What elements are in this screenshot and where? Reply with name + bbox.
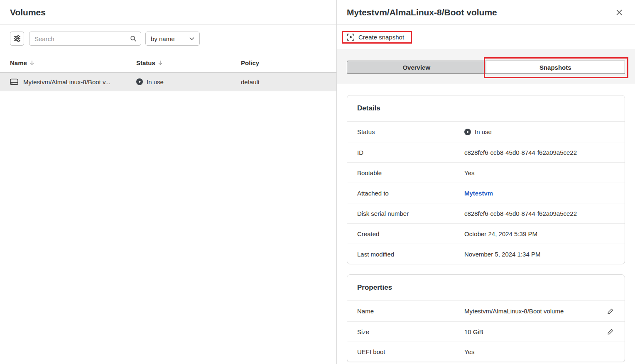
close-icon [616, 9, 623, 16]
detail-row-bootable: Bootable Yes [347, 162, 625, 183]
close-panel-button[interactable] [614, 7, 624, 17]
property-row-uefi-boot: UEFI boot Yes [347, 342, 625, 362]
status-text: In use [475, 128, 492, 135]
detail-label: Disk serial number [357, 210, 464, 217]
sort-icon [30, 60, 34, 65]
properties-card-title: Properties [347, 275, 625, 301]
property-row-name: Name Mytestvm/AlmaLinux-8/Boot volume [347, 301, 625, 321]
detail-value: c828fef6-ccb8-45d0-8744-f62a09a5ce22 [464, 149, 615, 156]
property-label: UEFI boot [357, 348, 464, 355]
property-label: Size [357, 328, 464, 335]
details-card-title: Details [347, 95, 625, 122]
attached-instance-link[interactable]: Mytestvm [464, 190, 493, 197]
edit-size-button[interactable] [606, 327, 615, 336]
column-header-policy-label: Policy [241, 59, 259, 66]
detail-row-serial: Disk serial number c828fef6-ccb8-45d0-87… [347, 203, 625, 223]
pencil-icon [607, 308, 614, 315]
detail-label: Status [357, 128, 464, 135]
volume-policy: default [241, 78, 326, 86]
property-row-size: Size 10 GiB [347, 321, 625, 342]
column-header-status-label: Status [136, 59, 155, 66]
property-label: Name [357, 308, 464, 315]
tab-snapshots[interactable]: Snapshots [486, 61, 625, 74]
detail-label: Last modified [357, 251, 464, 258]
column-header-name-label: Name [10, 59, 27, 66]
annotation-box-create-snapshot: Create snapshot [342, 31, 412, 44]
volume-status: In use [147, 78, 164, 86]
detail-label: Attached to [357, 190, 464, 197]
volume-status-cell: In use [136, 78, 241, 86]
panel-title: Mytestvm/AlmaLinux-8/Boot volume [347, 7, 497, 17]
search-icon[interactable] [130, 35, 141, 42]
panel-actions: Create snapshot [337, 25, 635, 49]
detail-value: October 24, 2024 5:39 PM [464, 230, 615, 237]
sort-select-value: by name [151, 35, 175, 42]
snapshot-icon [347, 34, 354, 41]
table-row[interactable]: Mytestvm/AlmaLinux-8/Boot v... In use de… [0, 73, 336, 91]
detail-row-created: Created October 24, 2024 5:39 PM [347, 223, 625, 244]
create-snapshot-button[interactable]: Create snapshot [347, 34, 404, 41]
detail-row-last-modified: Last modified November 5, 2024 1:34 PM [347, 244, 625, 264]
volume-name: Mytestvm/AlmaLinux-8/Boot v... [23, 78, 110, 86]
detail-row-attached-to: Attached to Mytestvm [347, 183, 625, 203]
filter-icon [13, 35, 21, 42]
sort-select[interactable]: by name [145, 32, 200, 46]
property-value: 10 GiB [464, 328, 606, 335]
tabs: Overview Snapshots [347, 61, 625, 74]
detail-label: Created [357, 230, 464, 237]
search-input[interactable] [29, 35, 130, 42]
tabs-section: Overview Snapshots [337, 49, 635, 84]
chevron-down-icon [189, 37, 194, 40]
pencil-icon [607, 328, 614, 335]
table-header: Name Status Policy [0, 53, 336, 73]
create-snapshot-label: Create snapshot [358, 34, 404, 41]
volumes-list-section: Volumes [0, 0, 336, 364]
panel-body: Details Status In use ID [337, 84, 635, 364]
properties-card: Properties Name Mytestvm/AlmaLinux-8/Boo… [347, 274, 625, 362]
page-title: Volumes [10, 7, 46, 17]
volumes-page: Volumes [0, 0, 635, 364]
detail-label: Bootable [357, 169, 464, 176]
detail-value: November 5, 2024 1:34 PM [464, 251, 615, 258]
column-header-status[interactable]: Status [136, 59, 241, 66]
property-value: Yes [464, 348, 615, 355]
sort-icon [158, 60, 162, 65]
column-header-policy: Policy [241, 59, 326, 66]
details-card: Details Status In use ID [347, 95, 625, 264]
toolbar: by name [0, 25, 336, 53]
detail-row-id: ID c828fef6-ccb8-45d0-8744-f62a09a5ce22 [347, 142, 625, 162]
edit-name-button[interactable] [606, 307, 615, 315]
column-header-name[interactable]: Name [10, 59, 136, 66]
panel-header: Mytestvm/AlmaLinux-8/Boot volume [337, 0, 635, 25]
search-box [29, 32, 141, 46]
filter-button[interactable] [10, 32, 24, 46]
volume-detail-panel: Mytestvm/AlmaLinux-8/Boot volume [336, 0, 635, 364]
detail-value: In use [464, 128, 615, 135]
detail-value: c828fef6-ccb8-45d0-8744-f62a09a5ce22 [464, 210, 615, 217]
detail-row-status: Status In use [347, 122, 625, 142]
left-header: Volumes [0, 0, 336, 25]
detail-label: ID [357, 149, 464, 156]
detail-value: Mytestvm [464, 190, 615, 197]
volume-name-cell: Mytestvm/AlmaLinux-8/Boot v... [10, 78, 136, 86]
detail-value: Yes [464, 169, 615, 176]
volume-icon [10, 78, 18, 86]
property-value: Mytestvm/AlmaLinux-8/Boot volume [464, 308, 606, 315]
status-in-use-icon [136, 78, 143, 85]
status-in-use-icon [464, 129, 471, 135]
tab-overview[interactable]: Overview [347, 61, 486, 74]
